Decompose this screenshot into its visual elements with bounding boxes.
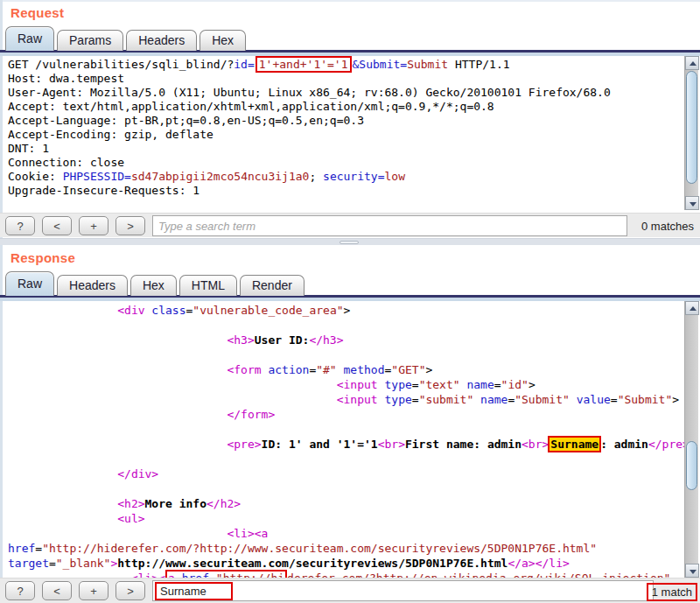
- code-segment: href: [175, 570, 209, 578]
- code-segment: PHPSESSID=: [63, 170, 131, 183]
- code-segment: Upgrade-Insecure-Requests: 1: [8, 184, 200, 197]
- code-segment: =: [49, 557, 56, 570]
- code-segment: <form: [227, 363, 261, 376]
- tab-raw[interactable]: Raw: [5, 271, 54, 296]
- code-line: [8, 422, 684, 437]
- code-segment: href: [8, 542, 35, 555]
- scroll-up-icon[interactable]: [685, 301, 699, 315]
- code-line: <input type="text" name="id">: [8, 377, 684, 392]
- response-search-input[interactable]: Surname: [152, 580, 654, 601]
- code-segment: [8, 363, 227, 376]
- code-segment: "Submit": [514, 393, 570, 406]
- splitter-grip-icon[interactable]: [340, 241, 359, 244]
- request-search-bar: ?<+> 0 matches: [0, 213, 700, 237]
- code-line: [8, 347, 684, 362]
- response-raw-viewer[interactable]: <div class="vulnerable_code_area"> <h3>U…: [3, 301, 684, 578]
- code-segment: More info: [145, 497, 206, 510]
- search-options-button[interactable]: ?: [5, 581, 35, 600]
- code-segment: type: [378, 393, 412, 406]
- request-scrollbar[interactable]: [684, 56, 698, 210]
- tab-headers[interactable]: Headers: [57, 275, 128, 296]
- code-segment: Cookie:: [8, 170, 63, 183]
- response-tab-strip: [0, 298, 700, 301]
- code-segment: >: [672, 393, 679, 406]
- next-match-button[interactable]: >: [116, 581, 145, 600]
- code-segment: Accept-Language: pt-BR,pt;q=0.8,en-US;q=…: [8, 114, 364, 127]
- code-segment: First name: admin: [405, 438, 522, 451]
- add-match-button[interactable]: +: [79, 216, 108, 235]
- tab-hex[interactable]: Hex: [130, 275, 177, 296]
- code-line: <h3>User ID:</h3>: [8, 333, 684, 347]
- response-scrollbar-thumb[interactable]: [686, 441, 697, 490]
- response-search-bar: ?<+> Surname 1 match: [0, 578, 700, 603]
- code-line: <div class="vulnerable_code_area">: [8, 303, 684, 318]
- code-segment: [8, 497, 117, 510]
- code-line: Accept-Encoding: gzip, deflate: [8, 128, 684, 142]
- code-segment: method: [337, 363, 385, 376]
- code-segment: User ID:: [255, 333, 310, 347]
- code-segment: derefer.com/?http://en.wikipedia.org/wik…: [287, 571, 670, 578]
- code-segment: ;: [309, 170, 323, 183]
- request-search-buttons: ?<+>: [5, 216, 145, 235]
- panel-splitter[interactable]: [0, 238, 700, 245]
- code-segment: [8, 512, 117, 525]
- tab-params[interactable]: Params: [57, 30, 123, 51]
- scroll-up-icon[interactable]: [685, 56, 699, 70]
- code-segment: =: [209, 570, 216, 578]
- code-segment: "Submit": [618, 393, 673, 406]
- code-segment: sd47abpigii2mco54ncu3ij1a0: [131, 170, 310, 183]
- code-segment: </pre>: [648, 438, 684, 451]
- code-line: Cookie: PHPSESSID=sd47abpigii2mco54ncu3i…: [8, 170, 684, 184]
- tab-raw[interactable]: Raw: [5, 26, 54, 51]
- code-segment: low: [385, 170, 405, 183]
- code-line: Upgrade-Insecure-Requests: 1: [8, 184, 684, 198]
- scroll-down-icon[interactable]: [685, 196, 699, 210]
- code-segment: value: [570, 393, 611, 406]
- search-options-button[interactable]: ?: [5, 216, 35, 235]
- tab-html[interactable]: HTML: [179, 275, 237, 296]
- message-editor: Request RawParamsHeadersHex GET /vulnera…: [0, 0, 700, 603]
- code-segment: Surname: [548, 436, 601, 452]
- code-line: Connection: close: [8, 156, 684, 170]
- code-segment: <br>: [378, 438, 405, 451]
- code-segment: action: [262, 363, 310, 376]
- code-segment: <input: [337, 393, 378, 406]
- code-line: DNT: 1: [8, 142, 684, 156]
- code-line: Accept: text/html,application/xhtml+xml,…: [8, 100, 684, 114]
- code-segment: Host: dwa.tempest: [8, 72, 124, 85]
- response-scrollbar[interactable]: [684, 301, 698, 578]
- code-segment: &Submit=: [353, 58, 408, 71]
- code-segment: [8, 393, 337, 406]
- code-segment: class: [145, 304, 186, 317]
- code-line: <li><a: [8, 526, 684, 541]
- code-segment: security=: [323, 170, 384, 183]
- tab-hex[interactable]: Hex: [200, 30, 246, 51]
- code-line: href="http://hiderefer.com/?http://www.s…: [8, 541, 684, 556]
- code-segment: </div>: [117, 467, 158, 480]
- tab-headers[interactable]: Headers: [126, 30, 197, 51]
- request-search-input[interactable]: [152, 215, 627, 236]
- code-segment: target: [8, 557, 49, 570]
- response-match-count: 1 match: [647, 583, 697, 601]
- code-segment: <ul>: [117, 512, 144, 525]
- previous-match-button[interactable]: <: [42, 216, 72, 235]
- previous-match-button[interactable]: <: [42, 581, 72, 600]
- next-match-button[interactable]: >: [116, 216, 145, 235]
- code-segment: "submit": [419, 393, 474, 406]
- request-raw-editor[interactable]: GET /vulnerabilities/sqli_blind/?id=1'+a…: [3, 56, 684, 210]
- code-segment: "GET": [391, 363, 425, 376]
- request-scrollbar-thumb[interactable]: [686, 71, 697, 184]
- code-segment: Accept-Encoding: gzip, deflate: [8, 128, 214, 141]
- code-line: target="_blank">http://www.securiteam.co…: [8, 556, 684, 571]
- code-segment: <li><: [131, 571, 165, 578]
- code-segment: "_blank": [56, 557, 111, 570]
- code-segment: <input: [337, 378, 378, 391]
- code-segment: "http://hi: [216, 570, 287, 578]
- request-title: Request: [10, 5, 64, 20]
- code-line: <input type="submit" name="Submit" value…: [8, 392, 684, 407]
- tab-render[interactable]: Render: [240, 275, 304, 296]
- code-segment: =: [412, 378, 419, 391]
- scroll-down-icon[interactable]: [685, 564, 699, 578]
- add-match-button[interactable]: +: [79, 581, 108, 600]
- code-segment: </h2>: [206, 497, 241, 510]
